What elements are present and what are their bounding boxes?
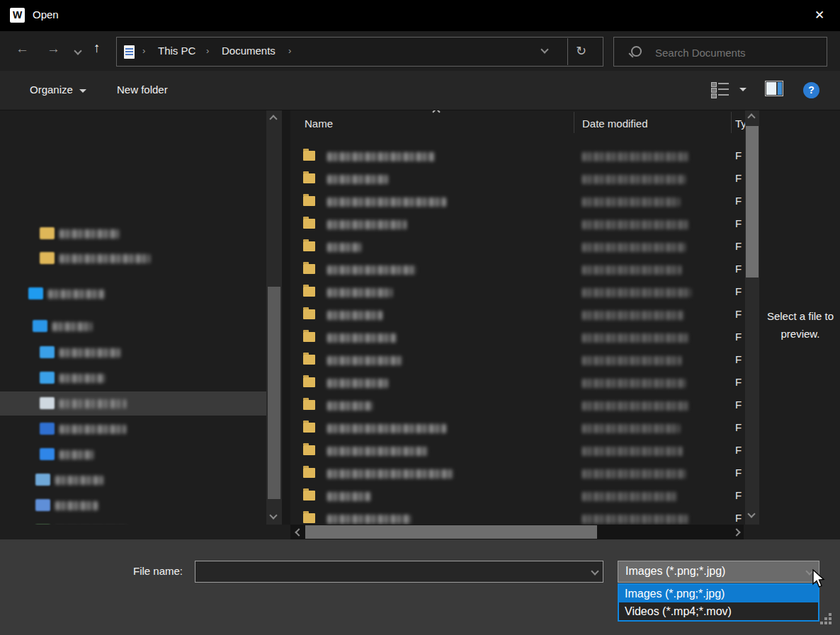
views-caret-icon[interactable] [739, 88, 747, 91]
scroll-right-icon[interactable] [732, 528, 740, 536]
forward-button[interactable]: → [47, 41, 60, 57]
help-button[interactable]: ? [803, 82, 819, 98]
sidebar-scrollbar[interactable] [266, 110, 282, 525]
file-type-option[interactable]: Videos (*.mp4;*.mov) [619, 602, 818, 620]
preview-pane-button[interactable] [765, 81, 783, 96]
breadcrumb-chevron-icon: › [288, 45, 291, 56]
file-name-input[interactable] [200, 564, 585, 580]
column-header-type[interactable]: Ty [735, 118, 745, 130]
organize-caret-icon [79, 89, 86, 93]
file-row[interactable]: F [290, 167, 745, 190]
sidebar-item[interactable] [0, 282, 266, 306]
address-bar[interactable]: › This PC › Documents › ↻ [116, 37, 603, 67]
file-row[interactable]: F [290, 462, 745, 484]
folder-icon [303, 513, 315, 523]
search-input[interactable] [654, 43, 819, 62]
file-row[interactable]: F [290, 394, 745, 416]
folder-icon [303, 400, 315, 410]
redacted-file-name [327, 356, 402, 365]
scroll-down-icon[interactable] [269, 511, 277, 519]
file-row[interactable]: F [290, 280, 745, 303]
sidebar-item[interactable] [0, 222, 266, 246]
redacted-date-modified [582, 288, 691, 297]
sidebar-item[interactable] [0, 493, 266, 517]
file-name-dropdown-chevron-icon[interactable] [591, 567, 598, 575]
sidebar-scroll-thumb[interactable] [268, 287, 280, 499]
column-header-name[interactable]: Name [305, 118, 333, 130]
refresh-icon[interactable]: ↻ [576, 43, 586, 59]
scroll-up-icon[interactable] [747, 113, 755, 121]
search-icon [631, 46, 642, 57]
resize-grip-icon[interactable] [820, 613, 832, 624]
redacted-label [59, 425, 126, 434]
horizontal-scroll-thumb[interactable] [305, 525, 597, 539]
sidebar-item[interactable] [0, 417, 266, 441]
close-button[interactable]: ✕ [799, 0, 840, 31]
scroll-up-icon[interactable] [269, 115, 277, 122]
file-type-cell: F [735, 285, 742, 297]
file-row[interactable]: F [290, 144, 745, 167]
file-type-cell: F [735, 172, 742, 184]
recent-locations-chevron-icon[interactable] [74, 47, 81, 55]
file-row[interactable]: F [290, 303, 745, 326]
file-row[interactable]: F [290, 326, 745, 348]
column-divider[interactable] [731, 112, 732, 133]
open-dialog: W Open ✕ ← → ↑ › This PC › Documents › ↻… [0, 0, 840, 635]
file-type-cell: F [735, 263, 742, 275]
file-row[interactable]: F [290, 484, 745, 507]
file-row[interactable]: F [290, 507, 745, 525]
objects3d-icon [40, 346, 55, 358]
scroll-left-icon[interactable] [295, 528, 302, 536]
breadcrumb-this-pc[interactable]: This PC [158, 45, 195, 57]
redacted-file-name [327, 243, 361, 252]
file-type-option-list: Images (*.png;*.jpg)Videos (*.mp4;*.mov) [618, 583, 819, 622]
file-row[interactable]: F [290, 212, 745, 235]
up-button[interactable]: ↑ [93, 40, 101, 56]
change-view-button[interactable] [711, 82, 730, 98]
file-row[interactable]: F [290, 235, 745, 258]
navigation-bar: ← → ↑ › This PC › Documents › ↻ [0, 31, 840, 71]
horizontal-scrollbar[interactable] [290, 525, 744, 539]
sidebar-item[interactable] [0, 341, 266, 365]
redacted-file-name [327, 220, 407, 229]
redacted-date-modified [582, 401, 688, 411]
documents-icon [40, 397, 55, 409]
sidebar-item[interactable] [0, 468, 266, 492]
organize-button[interactable]: Organize [30, 84, 73, 96]
sidebar-item[interactable] [0, 519, 266, 525]
sidebar-item[interactable] [0, 442, 266, 467]
list-scroll-thumb[interactable] [746, 126, 759, 278]
search-box[interactable] [613, 37, 827, 67]
redacted-date-modified [582, 492, 677, 501]
redacted-date-modified [582, 424, 680, 433]
file-type-cell: F [735, 444, 742, 456]
file-type-dropdown-button[interactable]: Images (*.png;*.jpg) [618, 561, 819, 583]
file-row[interactable]: F [290, 371, 745, 394]
sidebar-item-selected[interactable] [0, 391, 266, 416]
file-row[interactable]: F [290, 258, 745, 280]
file-row[interactable]: F [290, 190, 745, 212]
sidebar-item[interactable] [0, 366, 266, 390]
sidebar-item[interactable] [0, 314, 266, 338]
breadcrumb-documents[interactable]: Documents [222, 45, 276, 57]
file-type-cell: F [735, 489, 742, 501]
column-header-date-modified[interactable]: Date modified [582, 118, 648, 130]
new-folder-button[interactable]: New folder [117, 84, 168, 96]
file-name-combobox[interactable] [195, 561, 603, 583]
list-scrollbar[interactable] [745, 110, 759, 525]
address-dropdown-chevron-icon[interactable] [540, 45, 548, 53]
redacted-file-name [327, 198, 446, 207]
redacted-date-modified [582, 469, 686, 479]
sidebar-item[interactable] [0, 246, 266, 270]
folder-icon [303, 196, 315, 206]
file-row[interactable]: F [290, 348, 745, 371]
back-button[interactable]: ← [16, 41, 29, 57]
pane-divider [282, 110, 290, 525]
file-row[interactable]: F [290, 439, 745, 462]
file-type-option[interactable]: Images (*.png;*.jpg) [619, 585, 818, 602]
file-row[interactable]: F [290, 416, 745, 439]
breadcrumb-chevron-icon: › [142, 45, 145, 56]
file-type-cell: F [735, 376, 742, 388]
scroll-down-icon[interactable] [747, 510, 755, 517]
column-divider[interactable] [574, 112, 574, 133]
